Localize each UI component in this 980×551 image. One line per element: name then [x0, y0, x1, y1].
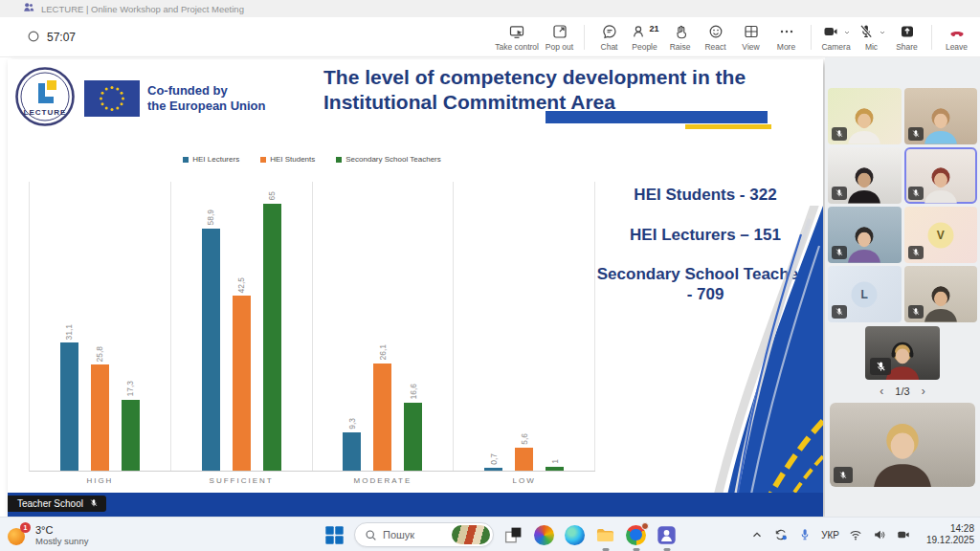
- presenter-mic-muted-icon: [89, 498, 99, 510]
- window-title: LECTURE | Online Workshop and Project Me…: [41, 4, 244, 14]
- main-area: LECTURE Co-funded by the European Union …: [0, 57, 980, 517]
- start-button[interactable]: [323, 524, 345, 546]
- chart-group-moderate: 9,326,116,6MODERATE: [313, 182, 455, 471]
- avatar: L: [852, 281, 878, 307]
- avatar: V: [927, 222, 953, 248]
- bar: 0,7: [484, 468, 502, 471]
- participant-tile-4[interactable]: [904, 147, 978, 204]
- windows-taskbar: 1 3°C Mostly sunny Пошук УКР 14:28 19.12…: [0, 517, 980, 551]
- bar-value-label: 1: [550, 459, 560, 464]
- explorer-app[interactable]: [594, 524, 616, 546]
- category-label: HIGH: [30, 476, 170, 485]
- search-icon: [365, 529, 377, 541]
- system-tray: УКР: [749, 518, 911, 551]
- leave-label: Leave: [946, 42, 968, 52]
- take-control-button[interactable]: Take control: [492, 24, 542, 52]
- copilot-icon: [534, 525, 554, 545]
- pager-next-icon[interactable]: ›: [922, 386, 925, 397]
- edge-app[interactable]: [564, 524, 586, 546]
- more-button[interactable]: More: [768, 24, 804, 52]
- bar-value-label: 65: [267, 191, 277, 200]
- react-button[interactable]: React: [698, 24, 733, 52]
- window-titlebar: LECTURE | Online Workshop and Project Me…: [0, 0, 980, 17]
- bar-value-label: 16,6: [409, 384, 418, 400]
- toolbar-separator: [811, 25, 812, 50]
- chevron-up-icon: [750, 528, 764, 541]
- tray-camera[interactable]: [896, 527, 911, 542]
- people-button[interactable]: 21People: [627, 24, 662, 52]
- legend-label: Secondary School Teachers: [345, 155, 440, 164]
- tray-sync[interactable]: [773, 527, 789, 542]
- pager-prev-icon[interactable]: ‹: [880, 386, 883, 397]
- participants-sidebar: VL ‹ 1/3 ›: [825, 57, 980, 517]
- mic-muted-icon: [908, 246, 924, 259]
- pop-out-button[interactable]: Pop out: [542, 24, 577, 52]
- gallery-pager: ‹ 1/3 ›: [828, 382, 977, 401]
- presenter-name-label: Teacher School: [8, 496, 106, 512]
- view-icon: [742, 24, 760, 40]
- share-button[interactable]: Share: [889, 24, 924, 52]
- tray-chevron-up[interactable]: [749, 527, 765, 542]
- people-label: People: [632, 42, 657, 52]
- shared-slide: LECTURE Co-funded by the European Union …: [8, 59, 823, 517]
- react-label: React: [704, 42, 725, 52]
- participant-tile-2[interactable]: [904, 88, 978, 144]
- taskview-app[interactable]: [502, 524, 524, 546]
- tray-mic[interactable]: [797, 527, 813, 542]
- self-view-tile[interactable]: [830, 403, 975, 487]
- participant-tile-6[interactable]: V: [904, 207, 978, 263]
- chevron-down-icon[interactable]: [879, 23, 886, 40]
- app-notification-badge: [641, 522, 649, 530]
- mic-muted-icon: [834, 467, 853, 483]
- meeting-timer: 57:07: [27, 17, 76, 57]
- mic-muted-icon: [832, 187, 847, 200]
- volume-icon: [873, 528, 886, 541]
- chat-label: Chat: [601, 42, 618, 52]
- weather-temp: 3°C: [35, 524, 88, 536]
- bar-value-label: 17,3: [125, 381, 135, 397]
- tray-language[interactable]: УКР: [821, 527, 839, 542]
- people-icon: [630, 24, 648, 40]
- category-label: LOW: [454, 476, 594, 485]
- chat-icon: [600, 24, 618, 40]
- mic-muted-icon: [832, 246, 847, 259]
- teams-logo-icon: [23, 0, 34, 17]
- bar: 25,8: [91, 364, 109, 471]
- participant-tile-floating[interactable]: [865, 326, 940, 380]
- tray-volume[interactable]: [872, 527, 887, 542]
- taskbar-clock[interactable]: 14:28 19.12.2025: [926, 518, 974, 551]
- raise-icon: [671, 24, 689, 40]
- taskbar-search[interactable]: Пошук: [354, 522, 494, 547]
- teams-app[interactable]: [656, 524, 678, 546]
- bar: 9,3: [343, 432, 361, 471]
- participant-tile-5[interactable]: [828, 207, 902, 263]
- camera-icon: [822, 24, 840, 40]
- participant-tile-8[interactable]: [904, 266, 978, 322]
- chrome-app[interactable]: [625, 524, 647, 546]
- bar: 1: [546, 467, 564, 471]
- bar: 26,1: [373, 364, 391, 471]
- raise-button[interactable]: Raise: [662, 24, 698, 52]
- chat-button[interactable]: Chat: [591, 24, 627, 52]
- weather-widget[interactable]: 1 3°C Mostly sunny: [8, 518, 88, 551]
- bar: 65: [263, 204, 281, 472]
- react-icon: [706, 24, 724, 40]
- mic-off-icon: [858, 24, 876, 40]
- share-icon: [898, 24, 916, 40]
- copilot-app[interactable]: [533, 524, 555, 546]
- chevron-down-icon[interactable]: [843, 23, 851, 40]
- leave-button[interactable]: Leave: [939, 24, 974, 52]
- mic-label: Mic: [865, 42, 878, 52]
- timer-icon: [27, 30, 40, 46]
- participant-tile-1[interactable]: [828, 88, 902, 144]
- participant-tile-7[interactable]: L: [828, 266, 902, 322]
- tray-wifi[interactable]: [848, 527, 863, 542]
- view-button[interactable]: View: [733, 24, 768, 52]
- camera-button[interactable]: Camera: [818, 24, 854, 52]
- participant-tile-3[interactable]: [828, 147, 902, 204]
- legend-item: HEI Students: [260, 155, 315, 164]
- mic-button[interactable]: Mic: [854, 24, 889, 52]
- category-label: MODERATE: [313, 476, 454, 485]
- legend-swatch: [183, 157, 189, 163]
- chart-plot: 31,125,817,3HIGH58,942,565SUFFICIENT9,32…: [29, 182, 595, 472]
